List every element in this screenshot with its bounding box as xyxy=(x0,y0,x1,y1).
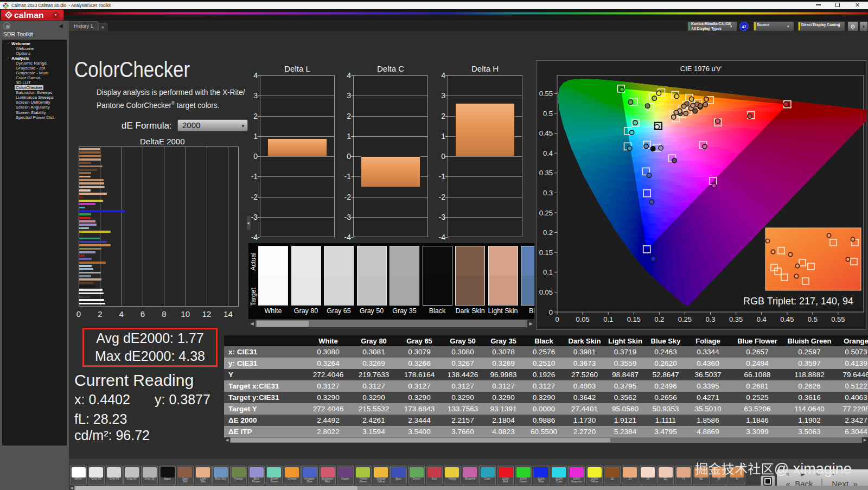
svg-text:CIE 1976 u'v': CIE 1976 u'v' xyxy=(680,65,722,73)
svg-text:0.5: 0.5 xyxy=(543,110,553,118)
svg-text:0.55: 0.55 xyxy=(539,90,553,98)
svg-text:0.2: 0.2 xyxy=(654,315,664,323)
svg-text:0.35: 0.35 xyxy=(539,169,553,177)
svg-text:0.45: 0.45 xyxy=(539,129,553,137)
svg-text:0.2: 0.2 xyxy=(543,228,553,237)
svg-text:0.05: 0.05 xyxy=(539,288,553,296)
svg-text:0.3: 0.3 xyxy=(543,189,553,197)
svg-text:0.3: 0.3 xyxy=(705,315,715,323)
svg-text:0.25: 0.25 xyxy=(678,315,692,323)
svg-text:0.15: 0.15 xyxy=(627,315,641,323)
svg-text:0: 0 xyxy=(555,315,559,323)
svg-text:@ ximagine: @ ximagine xyxy=(774,461,852,477)
svg-text:0: 0 xyxy=(549,308,553,316)
svg-text:0.4: 0.4 xyxy=(543,149,553,157)
svg-text:0.45: 0.45 xyxy=(780,315,794,323)
svg-text:0.55: 0.55 xyxy=(831,315,845,323)
svg-text:0.5: 0.5 xyxy=(808,315,818,323)
svg-text:0.4: 0.4 xyxy=(757,315,767,323)
svg-text:0.25: 0.25 xyxy=(539,209,553,217)
svg-text:0.05: 0.05 xyxy=(576,315,589,323)
svg-text:0.1: 0.1 xyxy=(603,315,613,323)
svg-text:0.15: 0.15 xyxy=(539,249,553,257)
svg-text:0.1: 0.1 xyxy=(543,268,553,276)
svg-text:0.35: 0.35 xyxy=(729,315,743,323)
